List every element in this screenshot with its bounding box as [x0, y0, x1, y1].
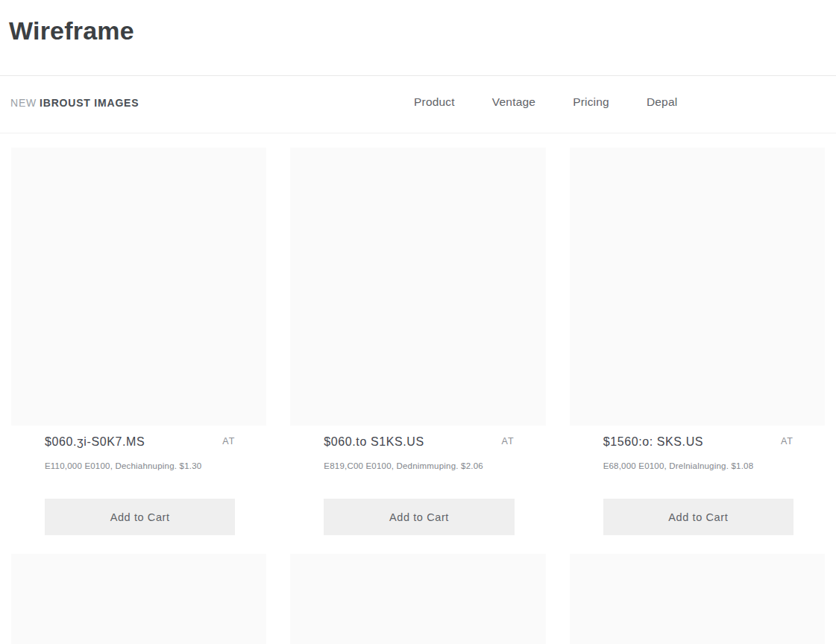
product-card: [290, 554, 545, 644]
main-nav: Product Ventage Pricing Depal: [414, 95, 677, 109]
add-to-cart-button[interactable]: Add to Cart: [324, 499, 514, 535]
product-tag: AT: [222, 436, 235, 446]
product-grid: $060.ʒi-S0K7.MS AT E110,000 E0100, Dechi…: [11, 148, 825, 644]
product-image-placeholder[interactable]: [290, 554, 545, 644]
product-card: $060.to S1KS.US AT E819,C00 E0100, Dedni…: [290, 148, 545, 535]
product-card: [11, 554, 266, 644]
nav-item-ventage[interactable]: Ventage: [492, 95, 535, 109]
product-tag: AT: [781, 436, 793, 446]
product-title: $060.ʒi-S0K7.MS: [45, 435, 145, 449]
nav-item-product[interactable]: Product: [414, 95, 455, 109]
product-meta: E68,000 E0100, Drelnialnuging. $1.08: [603, 461, 793, 472]
page: Wireframe NEWIBROUST IMAGES Product Vent…: [0, 0, 836, 644]
product-meta: E819,C00 E0100, Dednimmuping. $2.06: [324, 461, 514, 472]
brand-name: IBROUST IMAGES: [40, 97, 139, 109]
product-title-row: $060.ʒi-S0K7.MS AT: [45, 435, 235, 452]
brand-prefix: NEW: [10, 97, 37, 109]
product-image-placeholder[interactable]: [11, 554, 266, 644]
add-to-cart-button[interactable]: Add to Cart: [603, 499, 793, 535]
product-card-body: $1560:o: SKS.US AT E68,000 E0100, Drelni…: [570, 435, 825, 535]
product-image-placeholder[interactable]: [570, 554, 825, 644]
add-to-cart-button[interactable]: Add to Cart: [45, 499, 235, 535]
product-card: $1560:o: SKS.US AT E68,000 E0100, Drelni…: [570, 148, 825, 535]
top-divider: [0, 75, 836, 76]
product-image-placeholder[interactable]: [570, 148, 825, 426]
product-card: $060.ʒi-S0K7.MS AT E110,000 E0100, Dechi…: [11, 148, 266, 535]
product-title: $1560:o: SKS.US: [603, 435, 703, 449]
nav-divider: [0, 133, 836, 133]
product-title-row: $060.to S1KS.US AT: [324, 435, 514, 452]
product-card: [570, 554, 825, 644]
nav-item-depal[interactable]: Depal: [647, 95, 678, 109]
product-meta: E110,000 E0100, Dechiahnuping. $1.30: [45, 461, 235, 472]
page-title: Wireframe: [9, 16, 134, 45]
product-tag: AT: [502, 436, 515, 446]
brand-logo[interactable]: NEWIBROUST IMAGES: [10, 97, 139, 109]
product-card-body: $060.to S1KS.US AT E819,C00 E0100, Dedni…: [290, 435, 545, 535]
product-card-body: $060.ʒi-S0K7.MS AT E110,000 E0100, Dechi…: [11, 435, 266, 535]
nav-item-pricing[interactable]: Pricing: [573, 95, 609, 109]
product-title: $060.to S1KS.US: [324, 435, 424, 449]
product-image-placeholder[interactable]: [11, 148, 266, 426]
product-title-row: $1560:o: SKS.US AT: [603, 435, 793, 452]
product-image-placeholder[interactable]: [290, 148, 545, 426]
